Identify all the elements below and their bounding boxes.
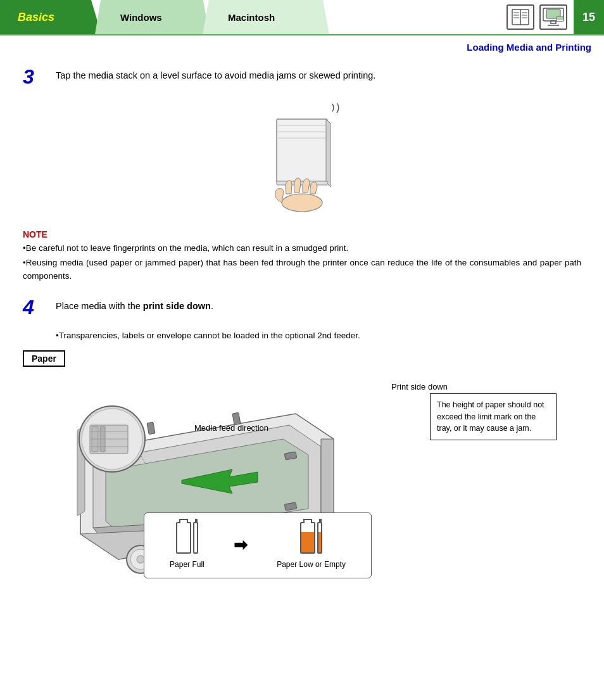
svg-marker-31 — [321, 439, 334, 521]
tapping-illustration — [239, 100, 365, 214]
paper-label: Paper — [23, 350, 65, 367]
svg-rect-24 — [277, 181, 327, 185]
media-feed-direction-label: Media feed direction — [194, 423, 268, 433]
svg-rect-34 — [147, 422, 155, 434]
print-side-down-label: Print side down — [391, 382, 448, 391]
note-section: NOTE •Be careful not to leave fingerprin… — [23, 229, 581, 283]
monitor-icon-box[interactable] — [539, 4, 567, 30]
step-4: 4 Place media with the print side down. — [23, 296, 581, 319]
paper-label-area: Paper — [23, 350, 581, 372]
header: Basics Windows Macintosh — [0, 0, 604, 35]
step-4-text: Place media with the print side down. — [56, 296, 213, 319]
step-4-text-end: . — [211, 301, 213, 311]
section-title: Loading Media and Printing — [0, 35, 604, 55]
paper-full-label: Paper Full — [170, 560, 204, 569]
svg-rect-10 — [551, 21, 556, 23]
callout-text: The height of paper should not exceed th… — [437, 400, 544, 433]
note-label: NOTE — [23, 229, 581, 239]
paper-status-box: Paper Full ➡ P — [144, 512, 372, 578]
note-line-1: •Be careful not to leave fingerprints on… — [23, 242, 581, 255]
step-4-subtext: •Transparencies, labels or envelope cann… — [56, 331, 581, 340]
windows-label: Windows — [120, 12, 162, 23]
main-content: 3 Tap the media stack on a level surface… — [0, 55, 604, 594]
tray-illustration-area: Print side down The height of paper shou… — [42, 376, 562, 578]
tab-windows[interactable]: Windows — [95, 0, 209, 34]
callout-box: The height of paper should not exceed th… — [430, 393, 557, 440]
paper-low-label: Paper Low or Empty — [277, 560, 346, 569]
step-3: 3 Tap the media stack on a level surface… — [23, 65, 581, 89]
paper-status-arrow: ➡ — [234, 535, 248, 555]
svg-rect-14 — [277, 119, 327, 182]
paper-low-icon: Paper Low or Empty — [277, 522, 346, 569]
book-icon — [511, 8, 530, 26]
page-number: 15 — [574, 0, 604, 34]
tab-basics[interactable]: Basics — [0, 0, 101, 34]
book-icon-box[interactable] — [506, 4, 534, 30]
svg-point-25 — [282, 194, 322, 212]
step-3-illustration — [23, 100, 581, 214]
header-icons-area — [329, 0, 574, 34]
tab-macintosh[interactable]: Macintosh — [203, 0, 329, 34]
basics-label: Basics — [18, 11, 54, 24]
paper-status-area: Paper Full ➡ P — [144, 512, 372, 578]
note-text: •Be careful not to leave fingerprints on… — [23, 242, 581, 283]
step-4-text-plain: Place media with the — [56, 301, 143, 311]
note-line-2: •Reusing media (used paper or jammed pap… — [23, 257, 581, 283]
step-4-number: 4 — [23, 296, 46, 319]
paper-full-icon: Paper Full — [170, 522, 204, 569]
step-4-text-bold: print side down — [143, 301, 211, 311]
step-3-number: 3 — [23, 65, 46, 89]
svg-rect-13 — [557, 17, 563, 20]
monitor-icon — [543, 8, 564, 27]
step-3-text: Tap the media stack on a level surface t… — [56, 65, 375, 89]
macintosh-label: Macintosh — [228, 12, 275, 23]
